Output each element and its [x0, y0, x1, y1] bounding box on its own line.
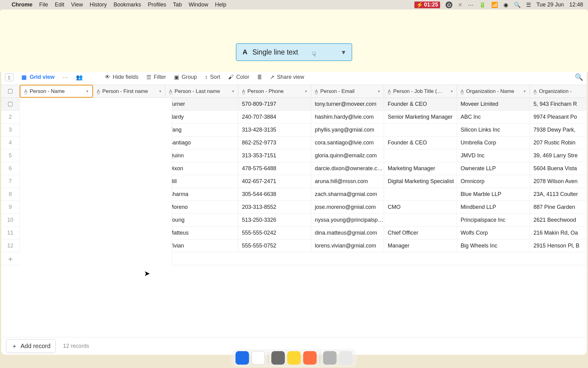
status-dots-icon[interactable]: ⋯ [468, 2, 473, 8]
cell[interactable]: Ownerate LLP [457, 162, 530, 175]
dock-notes-icon[interactable] [287, 351, 301, 365]
filter-button[interactable]: ☰Filter [146, 74, 166, 81]
cell[interactable]: Hardy [165, 111, 238, 123]
menu-tab[interactable]: Tab [173, 2, 182, 8]
cell[interactable]: 887 Pine Garden [530, 201, 587, 213]
field-type-select[interactable]: A Single line text ☟ ▾ [236, 43, 352, 61]
cell[interactable]: Mindbend LLP [457, 201, 530, 213]
column-header-phone[interactable]: A̲Person - Phone▾ [238, 85, 311, 98]
row-number[interactable]: 2 [1, 111, 20, 123]
menu-window[interactable]: Window [189, 2, 208, 8]
cell[interactable]: 23A, 4113 Coulter [530, 188, 587, 201]
cell[interactable]: Wolfs Corp [457, 227, 530, 239]
dock-chrome-icon[interactable] [251, 351, 265, 365]
menu-edit[interactable]: Edit [55, 2, 64, 8]
chevron-down-icon[interactable]: ▾ [305, 89, 307, 94]
cell[interactable]: Hill [165, 175, 238, 188]
cell[interactable]: Dixon [165, 162, 238, 175]
cell[interactable]: 7938 Dewy Park, [530, 124, 587, 136]
chevron-down-icon[interactable]: ▾ [159, 89, 161, 94]
cell[interactable]: 207 Rustic Robin [530, 136, 587, 149]
user-switch-icon[interactable]: ◉ [503, 2, 508, 8]
cell[interactable]: Moreno [165, 201, 238, 213]
cell[interactable]: 2621 Beechwood [530, 214, 587, 226]
battery-indicator[interactable]: ⚡01:25 [414, 2, 440, 8]
column-header-person-name[interactable]: A̲ Person - Name ▾ [20, 85, 93, 98]
status-x-icon[interactable]: ✕ [458, 2, 462, 8]
dock-slides-icon[interactable] [303, 351, 317, 365]
cell[interactable]: 313-428-3135 [238, 124, 311, 136]
share-view-button[interactable]: ↗Share view [270, 74, 304, 81]
status-circle-icon[interactable]: ⏻ [446, 2, 452, 8]
cell[interactable]: Manager [384, 240, 457, 252]
cell[interactable]: tony.turner@moveer.com [311, 98, 384, 110]
cell[interactable]: gloria.quinn@emailz.com [311, 149, 384, 162]
cell[interactable]: 478-575-6488 [238, 162, 311, 175]
menu-file[interactable]: File [39, 2, 48, 8]
cell[interactable]: Vivian [165, 240, 238, 252]
cell[interactable] [384, 188, 457, 201]
row-number[interactable]: 8 [1, 188, 20, 201]
menubar-time[interactable]: 12:48 [569, 2, 583, 8]
cell[interactable]: 313-353-7151 [238, 149, 311, 162]
cell[interactable]: 216 Makin Rd, Oa [530, 227, 587, 239]
cell[interactable]: Blue Marble LLP [457, 188, 530, 201]
column-header-org-name[interactable]: A̲Organization - Name▾ [457, 85, 530, 98]
row-height-button[interactable]: ≣ [257, 74, 262, 81]
cell[interactable]: 513-250-3326 [238, 214, 311, 226]
cell[interactable]: Santiago [165, 136, 238, 149]
collapse-sidebar-button[interactable]: ▯ [5, 73, 13, 81]
cell[interactable]: Matteus [165, 227, 238, 239]
wifi-icon[interactable]: 📶 [491, 2, 498, 8]
cell[interactable]: Omnicorp [457, 175, 530, 188]
column-header-first-name[interactable]: A̲Person - First name▾ [93, 85, 165, 98]
cell[interactable]: Sharma [165, 188, 238, 201]
control-center-icon[interactable]: ☰ [526, 2, 531, 8]
macos-dock[interactable] [232, 349, 356, 367]
cell[interactable]: jose.moreno@gmial.com [311, 201, 384, 213]
cell[interactable]: lorens.vivian@gmial.com [311, 240, 384, 252]
row-number[interactable]: 6 [1, 162, 20, 175]
cell[interactable]: Founder & CEO [384, 98, 457, 110]
column-header-last-name[interactable]: A̲Person - Last name▾ [165, 85, 238, 98]
menubar-date[interactable]: Tue 29 Jun [537, 2, 564, 8]
cell[interactable]: 570-809-7197 [238, 98, 311, 110]
cell[interactable]: 862-252-9773 [238, 136, 311, 149]
cell[interactable]: CMO [384, 201, 457, 213]
cell[interactable]: Yang [165, 124, 238, 136]
cell[interactable]: 555-555-0242 [238, 227, 311, 239]
cell[interactable]: Umbrella Corp [457, 136, 530, 149]
row-number[interactable]: 4 [1, 136, 20, 149]
column-header-org-address[interactable]: A̲Organization - [530, 85, 587, 98]
spotlight-icon[interactable]: 🔍 [514, 2, 521, 8]
search-icon[interactable]: 🔍 [575, 73, 583, 81]
sort-button[interactable]: ↕Sort [205, 74, 220, 80]
cell[interactable]: Big Wheels Inc [457, 240, 530, 252]
cell[interactable]: JMVD Inc [457, 149, 530, 162]
cell[interactable]: Quinn [165, 149, 238, 162]
cell[interactable]: Silicon Links Inc [457, 124, 530, 136]
cell[interactable]: Founder & CEO [384, 136, 457, 149]
row-number[interactable]: 5 [1, 149, 20, 162]
chevron-down-icon[interactable]: ▾ [378, 89, 380, 94]
chevron-down-icon[interactable]: ▾ [524, 89, 526, 94]
cell[interactable]: Young [165, 214, 238, 226]
cell[interactable]: phyllis.yang@gmial.com [311, 124, 384, 136]
cell[interactable]: 5604 Buena Vista [530, 162, 587, 175]
row-number[interactable]: 10 [1, 214, 20, 226]
chevron-down-icon[interactable]: ▾ [86, 89, 89, 94]
menu-view[interactable]: View [71, 2, 83, 8]
menu-help[interactable]: Help [215, 2, 226, 8]
cell[interactable]: 2078 Wilson Aven [530, 175, 587, 188]
dock-folder-icon[interactable] [323, 351, 337, 365]
color-button[interactable]: 🖌Color [228, 74, 249, 80]
row-number[interactable]: 3 [1, 124, 20, 136]
hide-fields-button[interactable]: 👁Hide fields [105, 74, 138, 80]
cell[interactable]: Moveer Limited [457, 98, 530, 110]
group-button[interactable]: ▣Group [174, 74, 197, 81]
chevron-down-icon[interactable]: ▾ [451, 89, 453, 94]
view-switcher[interactable]: ▦ Grid view [21, 74, 55, 81]
menubar-app-name[interactable]: Chrome [12, 2, 32, 8]
cell[interactable]: 305-544-6638 [238, 188, 311, 201]
cell[interactable]: Principalspace Inc [457, 214, 530, 226]
